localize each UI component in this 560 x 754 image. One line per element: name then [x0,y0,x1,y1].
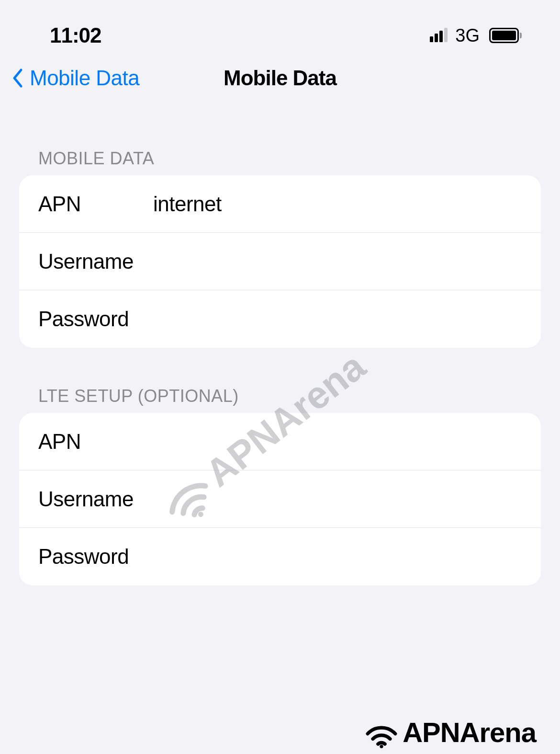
back-button[interactable]: Mobile Data [10,66,139,90]
status-bar: 11:02 3G [0,0,560,53]
section-header-mobile-data: MOBILE DATA [0,110,560,175]
mobile-data-username-row[interactable]: Username [19,233,541,290]
username-input[interactable] [153,250,522,274]
footer-logo-text: APNArena [403,716,536,748]
battery-icon [489,28,522,43]
lte-apn-input[interactable] [153,430,522,454]
wifi-icon [364,715,399,749]
lte-password-row[interactable]: Password [19,528,541,585]
password-input[interactable] [153,307,522,331]
lte-setup-group: APN Username Password [19,413,541,585]
lte-apn-row[interactable]: APN [19,413,541,470]
footer-logo: APNArena [364,715,536,749]
mobile-data-password-row[interactable]: Password [19,290,541,348]
mobile-data-apn-row[interactable]: APN [19,175,541,233]
apn-input[interactable] [153,192,522,216]
back-label: Mobile Data [30,66,139,90]
chevron-left-icon [10,67,25,90]
lte-username-input[interactable] [153,487,522,511]
username-label: Username [38,250,153,274]
status-indicators: 3G [430,25,522,46]
password-label: Password [38,307,153,331]
network-type-label: 3G [455,25,480,46]
cellular-signal-icon [430,29,448,42]
lte-username-label: Username [38,487,153,511]
lte-username-row[interactable]: Username [19,470,541,528]
lte-apn-label: APN [38,430,153,454]
navigation-bar: Mobile Data Mobile Data [0,53,560,110]
lte-password-input[interactable] [153,545,522,569]
svg-point-1 [380,745,383,748]
mobile-data-group: APN Username Password [19,175,541,348]
status-time: 11:02 [50,23,101,47]
page-title: Mobile Data [224,66,336,90]
section-header-lte-setup: LTE SETUP (OPTIONAL) [0,348,560,413]
lte-password-label: Password [38,545,153,569]
apn-label: APN [38,192,153,216]
